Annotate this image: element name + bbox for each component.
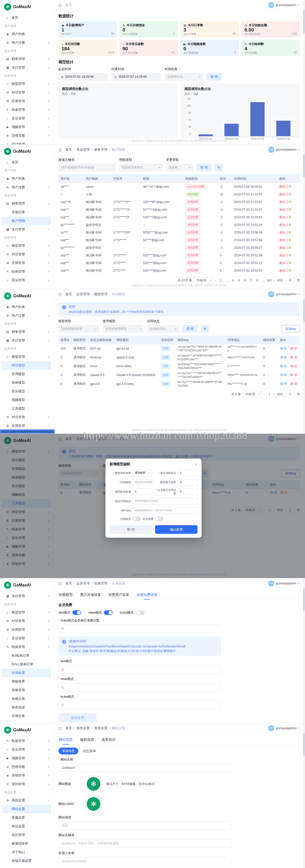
keyword-input[interactable]: 用户名/昵称/手机号/邮箱: [58, 164, 116, 171]
enable-state-select[interactable]: 请选择启用... ▾: [147, 325, 179, 333]
tab[interactable]: 图片存储设置: [80, 592, 101, 599]
breadcrumb-item[interactable]: 全局设置: [112, 581, 125, 586]
breadcrumb-item[interactable]: 首页: [65, 726, 77, 731]
sidebar-item[interactable]: ⌂ 首页: [0, 13, 53, 22]
sidebar-item[interactable]: 资金管理: [0, 192, 53, 199]
model-type-select[interactable]: 请选择模型类型 ▾: [58, 325, 99, 333]
table-row[interactable]: go********* 超级管理员 -- 对话消费 -2 2024-07-03 …: [58, 244, 300, 252]
page-number[interactable]: 1: [218, 279, 223, 282]
mode-toggle[interactable]: [136, 610, 145, 615]
tab[interactable]: 绘图模型: [58, 592, 73, 599]
sidebar-item[interactable]: 运营管理: [0, 345, 53, 352]
refresh-button[interactable]: ↻: [201, 325, 209, 333]
sidebar-item[interactable]: 运营管理: [0, 234, 53, 241]
sidebar-item[interactable]: ▤ 财务管理 ∧: [0, 199, 53, 208]
delete-order-link[interactable]: 删除订单: [279, 185, 292, 188]
breadcrumb-item[interactable]: 系统设置: [94, 726, 112, 731]
admin-menu[interactable]: gomaxaiadmin ▼: [268, 2, 300, 8]
scrollbar-thumb[interactable]: [303, 154, 305, 178]
breadcrumb-item[interactable]: 首页: [65, 3, 72, 7]
breadcrumb-item[interactable]: 运营管理: [77, 581, 94, 586]
page-number[interactable]: 1: [267, 392, 272, 396]
breadcrumb-item[interactable]: 网站设置: [112, 726, 125, 731]
detail-type-select[interactable]: 请选择变更类型 ▾: [119, 164, 162, 171]
query-button[interactable]: 查 询: [206, 73, 222, 81]
sidebar-item[interactable]: ⊛ 思维导图 ∨: [0, 131, 53, 140]
table-row[interactable]: sup*** 测试帐号88 1772***** 525****@qq.com 应…: [58, 252, 300, 259]
sidebar-item[interactable]: ⊛ 思维导图 ∨: [0, 720, 53, 723]
tab[interactable]: 绘图扣费设置: [136, 592, 158, 599]
trubo-mode-input[interactable]: 1: [58, 701, 221, 709]
trubo-free-input[interactable]: 0: [58, 625, 221, 633]
sidebar-item[interactable]: ✎ 绘画管理 ∨: [0, 267, 53, 276]
admin-menu[interactable]: gomaxaiadmin ▼: [268, 580, 300, 586]
sidebar-item[interactable]: ◇ 模型管理 ∨: [0, 80, 53, 88]
breadcrumb-item[interactable]: 运营管理: [77, 292, 94, 297]
edit-link[interactable]: 编 辑: [280, 382, 287, 385]
collapse-sidebar-icon[interactable]: ◫: [58, 148, 62, 152]
collapse-sidebar-icon[interactable]: ◫: [58, 581, 62, 585]
sidebar-item[interactable]: 客服设置: [0, 813, 53, 822]
delete-order-link[interactable]: 删除订单: [279, 261, 292, 265]
sidebar-item[interactable]: ♪ 音乐管理 ∨: [0, 114, 53, 123]
sidebar-item[interactable]: ⊕ 用户注册 ∨: [0, 38, 53, 47]
breadcrumb-item[interactable]: 首页: [65, 292, 77, 297]
sidebar-item[interactable]: 风格分类: [0, 694, 53, 703]
query-button[interactable]: 查 询: [182, 325, 197, 333]
tab[interactable]: 政策协议: [101, 736, 116, 744]
table-row[interactable]: 0 通用模型 claude-3.5 claude-3-5-sonnet-2024…: [58, 371, 300, 380]
fast-mode-input[interactable]: 2: [58, 665, 221, 674]
breadcrumb-item[interactable]: 财务管理: [94, 147, 112, 152]
granularity-select[interactable]: 请选择时间... ▾: [165, 73, 203, 81]
collapse-sidebar-icon[interactable]: ◫: [58, 3, 62, 7]
breadcrumb-item[interactable]: 系统设置: [77, 726, 94, 731]
scrollbar-thumb[interactable]: [303, 10, 305, 33]
sidebar-item[interactable]: ♪ 音乐管理 ∨: [0, 634, 53, 643]
site-keywords-input[interactable]: GoMaxAI，AI创作系统，AI智能问答系统: [58, 839, 231, 848]
table-row[interactable]: 0 通用模型 luma luma-video 启用 sk-K2b3g*****6…: [58, 362, 300, 371]
relax-mode-input[interactable]: 1: [58, 683, 221, 691]
page-number[interactable]: 6: [242, 279, 248, 282]
display-order-input[interactable]: 0: [178, 479, 197, 486]
delete-order-link[interactable]: 删除订单: [279, 193, 292, 196]
sidebar-item[interactable]: 资金管理: [0, 320, 53, 328]
delete-link[interactable]: 删 除: [290, 355, 297, 359]
sidebar-item[interactable]: ✉ 对话管理 ∨: [0, 250, 53, 259]
sidebar-item[interactable]: 视频模型: [0, 396, 53, 404]
delete-link[interactable]: 删 除: [290, 347, 297, 350]
delete-link[interactable]: 删 除: [290, 382, 297, 385]
delete-order-link[interactable]: 删除订单: [279, 200, 292, 204]
bot-name-input[interactable]: GoMaxAi1230000: [58, 857, 231, 865]
poll-weight-input[interactable]: 0: [132, 488, 152, 495]
next-page-icon[interactable]: ›: [274, 392, 275, 396]
sidebar-item[interactable]: ▤ 财务管理 ∨: [0, 55, 53, 63]
delete-order-link[interactable]: 删除订单: [279, 223, 292, 227]
sidebar-item[interactable]: 全局设置: [2, 669, 51, 677]
edit-link[interactable]: 编 辑: [280, 355, 287, 359]
breadcrumb-item[interactable]: 首页: [65, 581, 77, 586]
sidebar-item[interactable]: ▦ 支付管理 ∨: [0, 225, 53, 234]
sidebar-item[interactable]: ◇ 模型管理 ∧: [0, 352, 53, 361]
sidebar-item[interactable]: ♪ 音乐管理 ∨: [0, 745, 53, 754]
sidebar-item[interactable]: ♪ 音乐管理 ∨: [0, 276, 53, 285]
member-free-toggle[interactable]: [155, 517, 163, 521]
sidebar-item[interactable]: 账户明细: [2, 216, 51, 225]
sidebar-item[interactable]: ▦ 支付管理 ∨: [0, 63, 53, 72]
page-number[interactable]: …: [224, 279, 229, 282]
sidebar-item[interactable]: ◇ 模型管理 ∨: [0, 608, 53, 617]
page-size-select[interactable]: 15条/页 ▾: [194, 277, 213, 284]
sidebar-item[interactable]: ☑ 签到管理 ∨: [0, 780, 53, 788]
member-daily-limit-input[interactable]: 0: [178, 488, 197, 495]
sidebar-item[interactable]: 风格管理: [0, 686, 53, 694]
breadcrumb-item[interactable]: 绘画管理: [94, 581, 112, 586]
sidebar-item[interactable]: 系统设置: [0, 788, 53, 796]
tab[interactable]: 网站信息: [58, 736, 73, 744]
goto-page-input[interactable]: [285, 391, 295, 397]
query-button[interactable]: 查 询: [196, 164, 211, 171]
api-key-input[interactable]: 请填写模型Key | clientId | AppId: [132, 507, 197, 514]
tab[interactable]: 版权信息: [80, 736, 95, 744]
admin-menu[interactable]: gomaxaiadmin ▼: [268, 725, 300, 731]
edit-link[interactable]: 编 辑: [280, 347, 287, 350]
delete-order-link[interactable]: 删除订单: [279, 254, 292, 257]
sidebar-item[interactable]: ⊕ 用户注册 ∨: [0, 311, 53, 320]
